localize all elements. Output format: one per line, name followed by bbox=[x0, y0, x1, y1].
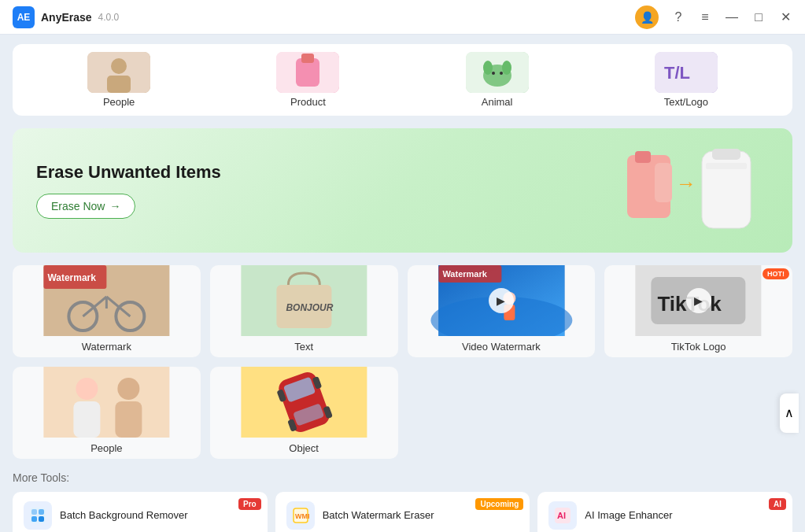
badge-ai: AI bbox=[769, 498, 786, 510]
banner-title: Erase Unwanted Items bbox=[36, 162, 221, 183]
tool-card-tiktok[interactable]: TikTok ▶ HOT! TikTok Logo bbox=[604, 265, 792, 357]
tool-thumb-tiktok: TikTok ▶ HOT! bbox=[604, 265, 792, 336]
more-tool-text-batch-bg: Batch Background Remover bbox=[60, 509, 188, 523]
more-tools-label: More Tools: bbox=[13, 471, 792, 484]
svg-point-10 bbox=[492, 72, 495, 75]
svg-rect-46 bbox=[115, 401, 142, 438]
play-button-video[interactable]: ▶ bbox=[489, 288, 514, 313]
more-tool-icon-ai: AI bbox=[548, 501, 577, 530]
hot-badge: HOT! bbox=[763, 268, 789, 279]
svg-point-1 bbox=[111, 58, 127, 74]
category-thumb-people bbox=[87, 52, 150, 93]
svg-point-43 bbox=[76, 378, 98, 400]
tool-label-text: Text bbox=[210, 336, 398, 357]
avatar[interactable]: 👤 bbox=[635, 6, 659, 29]
minimize-button[interactable]: — bbox=[725, 10, 739, 24]
category-item-product[interactable]: Product bbox=[276, 52, 339, 108]
maximize-button[interactable]: □ bbox=[751, 10, 766, 24]
menu-button[interactable]: ≡ bbox=[698, 10, 712, 24]
more-tool-batch-watermark-eraser[interactable]: WMK Batch Watermark Eraser Upcoming bbox=[275, 492, 530, 532]
svg-text:T/L: T/L bbox=[664, 63, 690, 83]
category-item-people[interactable]: People bbox=[87, 52, 150, 108]
tool-label-object: Object bbox=[210, 438, 398, 459]
more-tool-ai-enhancer[interactable]: AI AI Image Enhancer AI bbox=[537, 492, 792, 532]
more-tool-text-ai: AI Image Enhancer bbox=[585, 509, 672, 523]
more-tool-batch-bg-remover[interactable]: Batch Background Remover Pro bbox=[13, 492, 268, 532]
tool-card-people[interactable]: People bbox=[13, 367, 201, 459]
tool-card-object[interactable]: Object bbox=[210, 367, 398, 459]
svg-rect-58 bbox=[31, 516, 37, 522]
tool-label-tiktok: TikTok Logo bbox=[604, 336, 792, 357]
titlebar: AE AnyErase 4.0.0 👤 ? ≡ — □ ✕ bbox=[0, 0, 805, 35]
svg-rect-44 bbox=[73, 401, 100, 438]
category-label-animal: Animal bbox=[482, 96, 513, 108]
tool-thumb-text: BONJOUR bbox=[210, 265, 398, 336]
svg-rect-42 bbox=[43, 367, 169, 438]
svg-text:→: → bbox=[676, 172, 696, 195]
svg-point-11 bbox=[500, 72, 503, 75]
app-version: 4.0.0 bbox=[98, 12, 120, 23]
banner-image: → bbox=[611, 147, 769, 234]
collapse-arrow-button[interactable]: ∧ bbox=[780, 393, 799, 433]
tool-thumb-video-watermark: Watermark ▶ bbox=[408, 265, 596, 336]
more-tool-icon-batch-bg bbox=[24, 501, 52, 530]
svg-text:WMK: WMK bbox=[295, 512, 309, 520]
svg-text:AI: AI bbox=[557, 511, 566, 520]
category-label-people: People bbox=[103, 96, 135, 108]
svg-text:Watermark: Watermark bbox=[442, 269, 487, 279]
tool-thumb-watermark: Watermark bbox=[13, 265, 201, 336]
svg-text:Watermark: Watermark bbox=[47, 272, 96, 283]
svg-point-9 bbox=[502, 61, 511, 75]
tool-slot-empty-2: ∧ bbox=[604, 367, 792, 459]
tool-card-video-watermark[interactable]: Watermark ▶ Video Watermark bbox=[408, 265, 596, 357]
svg-rect-59 bbox=[39, 516, 44, 522]
titlebar-left: AE AnyErase 4.0.0 bbox=[13, 6, 119, 28]
svg-rect-20 bbox=[706, 163, 747, 169]
play-button-tiktok[interactable]: ▶ bbox=[686, 288, 711, 313]
svg-rect-2 bbox=[107, 76, 131, 93]
more-tools-section: More Tools: Batch Background Remover Pro… bbox=[13, 471, 792, 532]
category-item-animal[interactable]: Animal bbox=[466, 52, 529, 108]
app-name: AnyErase bbox=[41, 11, 92, 24]
category-label-textlogo: Text/Logo bbox=[664, 96, 708, 108]
tool-card-watermark[interactable]: Watermark Watermark bbox=[13, 265, 201, 357]
banner-text: Erase Unwanted Items Erase Now → bbox=[36, 162, 221, 219]
main-content: People Product bbox=[0, 35, 805, 532]
tool-thumb-people bbox=[13, 367, 201, 438]
svg-text:BONJOUR: BONJOUR bbox=[286, 302, 333, 313]
more-tool-icon-batch-watermark: WMK bbox=[286, 501, 315, 530]
banner: Erase Unwanted Items Erase Now → → bbox=[13, 128, 792, 253]
close-button[interactable]: ✕ bbox=[778, 10, 792, 24]
titlebar-right: 👤 ? ≡ — □ ✕ bbox=[635, 6, 792, 29]
tool-thumb-object bbox=[210, 367, 398, 438]
tool-slot-empty-1 bbox=[408, 367, 596, 459]
app-icon: AE bbox=[13, 6, 35, 28]
badge-pro: Pro bbox=[238, 498, 261, 510]
svg-rect-15 bbox=[635, 151, 651, 163]
badge-upcoming: Upcoming bbox=[475, 498, 523, 510]
more-tool-text-batch-watermark: Batch Watermark Eraser bbox=[323, 509, 434, 523]
category-thumb-animal bbox=[466, 52, 529, 93]
category-thumb-textlogo: T/L bbox=[655, 52, 718, 93]
svg-rect-5 bbox=[301, 54, 314, 63]
svg-rect-56 bbox=[31, 509, 37, 515]
tool-label-people: People bbox=[13, 438, 201, 459]
category-row: People Product bbox=[13, 44, 792, 116]
svg-point-45 bbox=[117, 378, 139, 400]
tool-label-video-watermark: Video Watermark bbox=[408, 336, 596, 357]
tool-label-watermark: Watermark bbox=[13, 336, 201, 357]
more-tools-grid: Batch Background Remover Pro WMK Batch W… bbox=[13, 492, 792, 532]
svg-rect-18 bbox=[702, 151, 751, 228]
svg-rect-57 bbox=[39, 509, 44, 515]
svg-point-8 bbox=[483, 61, 493, 75]
help-button[interactable]: ? bbox=[671, 10, 685, 24]
category-label-product: Product bbox=[290, 96, 326, 108]
erase-now-button[interactable]: Erase Now → bbox=[36, 194, 135, 219]
svg-rect-19 bbox=[712, 149, 740, 160]
tool-card-text[interactable]: BONJOUR Text bbox=[210, 265, 398, 357]
svg-rect-16 bbox=[655, 163, 672, 202]
category-item-textlogo[interactable]: T/L Text/Logo bbox=[655, 52, 718, 108]
category-thumb-product bbox=[276, 52, 339, 93]
